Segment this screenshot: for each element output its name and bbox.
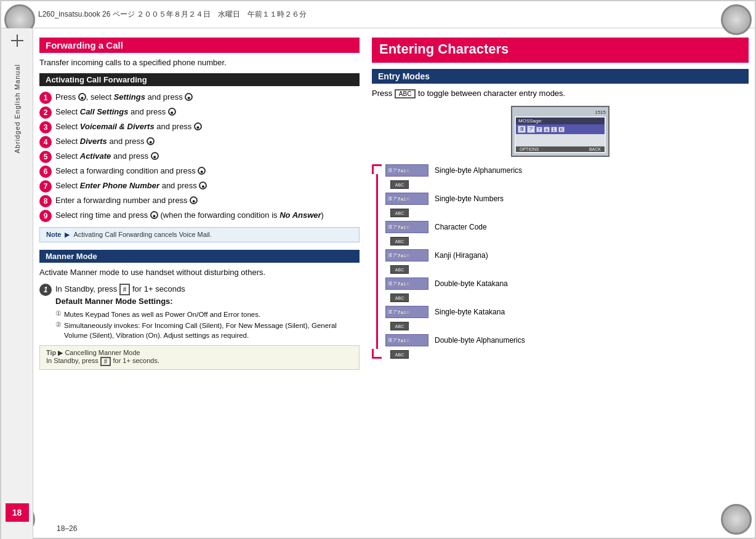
abc-key-5: ABC: [390, 293, 409, 302]
mode-label-5: Double-byte Katakana: [435, 279, 508, 288]
step-4-text: Select Diverts and press ●: [55, 135, 155, 148]
screen-status: 1515: [515, 110, 606, 115]
forwarding-steps: 1 Press ●, select Settings and press ● 2…: [39, 91, 360, 222]
substep-marker-b: ②: [55, 321, 62, 329]
step-6-text: Select a forwarding condition and press …: [55, 165, 206, 177]
step-7-num: 7: [39, 180, 52, 193]
phone-screenshot-area: 1515 MOSSage: 漢 ア 7 a 1 K: [372, 106, 749, 157]
manner-step-1-text: In Standby, press # for 1+ seconds Defau…: [55, 283, 185, 308]
step-5-num: 5: [39, 151, 52, 163]
screen-empty-area: [516, 134, 605, 146]
mode-icon-4: 漢 ア 7 a 1 K: [385, 249, 428, 262]
page: L260_insatsu.book 26 ページ ２００５年８月２４日 水曜日 …: [0, 0, 756, 539]
substep-text-a: Mutes Keypad Tones as well as Power On/O…: [64, 309, 260, 319]
step-4-num: 4: [39, 136, 52, 148]
abc-btn-3: ABC: [390, 237, 749, 246]
manner-mode-title: Manner Mode: [39, 250, 360, 263]
abc-btn-4: ABC: [390, 265, 749, 274]
entry-modes-subtitle: Press ABC to toggle between character en…: [372, 89, 749, 98]
char-block-3: 7: [536, 127, 542, 132]
step-3: 3 Select Voicemail & Diverts and press ●: [39, 121, 360, 134]
screen-back: BACK: [589, 147, 601, 151]
bracket-top: [372, 164, 382, 174]
tip-arrow-icon: ▶: [58, 349, 63, 356]
mode-row-2: 漢 ア 7 a 1 K Single-byte Numbers: [385, 193, 749, 205]
abc-key-6: ABC: [390, 322, 409, 330]
top-bar: L260_insatsu.book 26 ページ ２００５年８月２４日 水曜日 …: [1, 1, 755, 28]
step-2-text: Select Call Settings and press ●: [55, 106, 176, 118]
corner-decoration-tr: [721, 4, 752, 35]
char-modes-wrapper: 漢 ア 7 a 1 K Single-byte Alphanumerics: [372, 164, 749, 359]
abc-key-4: ABC: [390, 265, 409, 274]
tip-label: Tip: [46, 349, 56, 356]
abc-key-3: ABC: [390, 237, 409, 246]
step-1-text: Press ●, select Settings and press ●: [55, 91, 193, 103]
step-3-num: 3: [39, 121, 52, 134]
mode-label-4: Kanji (Hiragana): [435, 251, 488, 260]
char-block-5: 1: [551, 127, 557, 132]
abc-key-final: ABC: [390, 350, 409, 359]
mode-row-7: 漢 ア 7 a 1 K Double-byte Alphanumerics: [385, 334, 749, 346]
substep-marker-a: ①: [55, 309, 62, 317]
step-9-text: Select ring time and press ● (when the f…: [55, 209, 324, 222]
forwarding-title: Forwarding a Call: [39, 38, 360, 53]
top-bar-text: L260_insatsu.book 26 ページ ２００５年８月２４日 水曜日 …: [38, 9, 307, 20]
manner-substep-b: ② Simultaneously invokes: For Incoming C…: [55, 321, 360, 340]
mode-icon-1: 漢 ア 7 a 1 K: [385, 164, 428, 177]
pink-bracket-container: [372, 164, 382, 359]
main-content: Abridged English Manual 18 Forwarding a …: [1, 28, 755, 539]
abc-btn-6: ABC: [390, 322, 749, 330]
mode-label-2: Single-byte Numbers: [435, 194, 504, 203]
step-5-text: Select Activate and press ●: [55, 150, 159, 162]
step-2: 2 Select Call Settings and press ●: [39, 106, 360, 119]
char-block-6: K: [558, 127, 565, 132]
mode-icon-2: 漢 ア 7 a 1 K: [385, 193, 428, 205]
entering-characters-title: Entering Characters: [372, 38, 749, 63]
step-8: 8 Enter a forwarding number and press ●: [39, 194, 360, 207]
mode-row-3: 漢 ア 7 a 1 K Character Code: [385, 221, 749, 233]
abc-btn-5: ABC: [390, 293, 749, 302]
screen-top-label: MOSSage:: [516, 118, 605, 124]
mode-icon-6: 漢 ア 7 a 1 K: [385, 306, 428, 318]
bracket-bottom: [372, 349, 382, 359]
mode-row-6: 漢 ア 7 a 1 K Single-byte Katakana: [385, 306, 749, 318]
note-box: Note ▶ Activating Call Forwarding cancel…: [39, 227, 360, 242]
tip-box: Tip ▶ Cancelling Manner Mode In Standby,…: [39, 345, 360, 370]
manner-mode-section: Manner Mode Activate Manner mode to use …: [39, 250, 360, 370]
step-7-text: Select Enter Phone Number and press ●: [55, 180, 207, 192]
mode-row-4: 漢 ア 7 a 1 K Kanji (Hiragana): [385, 249, 749, 262]
abc-key-2: ABC: [390, 209, 409, 217]
step-1: 1 Press ●, select Settings and press ●: [39, 91, 360, 104]
content-area: Forwarding a Call Transfer incoming call…: [33, 28, 755, 539]
screen-bottom-bar: OPTIONS BACK: [516, 146, 605, 152]
sidebar-label: Abridged English Manual: [14, 64, 21, 153]
screen-body: MOSSage: 漢 ア 7 a 1 K OPTIONS: [515, 116, 606, 153]
step-1-num: 1: [39, 92, 52, 104]
step-8-num: 8: [39, 195, 52, 207]
screen-char-row: 漢 ア 7 a 1 K: [516, 124, 605, 134]
phone-screen: 1515 MOSSage: 漢 ア 7 a 1 K: [511, 106, 609, 157]
page-number-badge: 18: [6, 503, 29, 522]
forwarding-section: Forwarding a Call Transfer incoming call…: [39, 38, 360, 242]
bracket-middle: [376, 174, 378, 349]
mode-label-7: Double-byte Alphanumerics: [435, 336, 525, 345]
mode-label-6: Single-byte Katakana: [435, 308, 505, 316]
step-2-num: 2: [39, 106, 52, 119]
char-modes-list: 漢 ア 7 a 1 K Single-byte Alphanumerics: [385, 164, 749, 359]
mode-icon-5: 漢 ア 7 a 1 K: [385, 277, 428, 290]
crosshair-icon: [11, 34, 23, 47]
note-arrow-icon: ▶: [65, 231, 70, 239]
step-5: 5 Select Activate and press ●: [39, 150, 360, 163]
mode-icon-3: 漢 ア 7 a 1 K: [385, 221, 428, 233]
sidebar: Abridged English Manual 18: [1, 28, 33, 539]
manner-mode-subtitle: Activate Manner mode to use handset with…: [39, 268, 360, 277]
note-text: Activating Call Forwarding cancels Voice…: [73, 231, 211, 238]
substep-text-b: Simultaneously invokes: For Incoming Cal…: [64, 321, 360, 340]
step-9: 9 Select ring time and press ● (when the…: [39, 209, 360, 222]
abc-btn-1: ABC: [390, 180, 749, 189]
screen-options: OPTIONS: [520, 147, 539, 151]
bottom-page-number: 18–26: [57, 524, 77, 533]
step-8-text: Enter a forwarding number and press ●: [55, 194, 198, 207]
char-block-1: 漢: [518, 126, 526, 133]
abc-btn-final: ABC: [390, 350, 749, 359]
